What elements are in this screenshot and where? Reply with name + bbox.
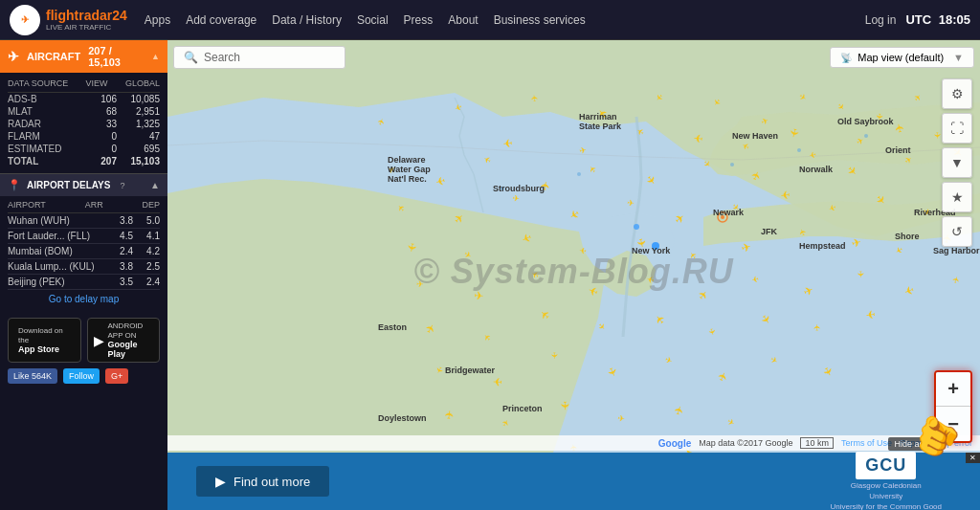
delay-row-1[interactable]: Fort Lauder... (FLL) 4.5 4.1	[8, 229, 160, 244]
search-icon: 🔍	[184, 51, 198, 64]
radio-icon: 📡	[840, 53, 852, 63]
ad-logo-area: GCU Glasgow Caledonian University Univer…	[831, 452, 943, 510]
nav-social[interactable]: Social	[357, 13, 389, 27]
ad-banner: ✕ ▶ Find out more GCU Glasgow Caledonian…	[167, 453, 980, 510]
find-out-button[interactable]: ▶ Find out more	[196, 466, 329, 497]
terms-link[interactable]: Terms of Use	[841, 438, 892, 448]
scale-bar: 10 km	[800, 437, 834, 449]
svg-point-5	[730, 163, 734, 166]
map-view-label: Map view (default)	[858, 52, 944, 63]
play-icon: ▶	[215, 474, 226, 489]
google-play-button[interactable]: ▶ ANDROID APP ON Google Play	[87, 318, 161, 363]
logo[interactable]: ✈ flightradar24 LIVE AIR TRAFFIC	[10, 5, 127, 35]
nav-press[interactable]: Press	[404, 13, 434, 27]
delays-title: AIRPORT DELAYS	[27, 180, 110, 190]
chevron-down-icon: ▼	[953, 52, 964, 63]
delays-collapse-icon[interactable]: ▲	[150, 180, 160, 190]
col-airport: AIRPORT	[8, 200, 46, 210]
find-out-label: Find out more	[234, 475, 310, 489]
data-source-table: DATA SOURCE VIEW GLOBAL ADS-B 106 10,085…	[0, 73, 167, 173]
aircraft-bar: ✈ AIRCRAFT 207 / 15,103 ▲	[0, 40, 167, 73]
data-row-flarm: FLARM 0 47	[8, 130, 160, 143]
col-arr: ARR	[85, 200, 103, 210]
map-bottom-bar: Google Map data ©2017 Google 10 km Terms…	[167, 435, 980, 451]
google-plus-button[interactable]: G+	[105, 368, 128, 384]
map-area[interactable]: ✈✈✈✈✈✈✈✈✈✈✈✈✈✈✈✈✈✈✈✈✈✈✈✈✈✈✈✈✈✈✈✈✈✈✈✈✈✈✈✈…	[167, 40, 980, 510]
filter-button[interactable]: ▼	[942, 147, 972, 178]
android-icon: ▶	[94, 333, 104, 348]
zoom-controls: + −	[934, 370, 972, 443]
ad-close-button[interactable]: ✕	[966, 453, 980, 463]
view-header: VIEW	[86, 78, 108, 88]
map-top-bar: 🔍 Search 📡 Map view (default) ▼	[173, 46, 974, 69]
aircraft-toggle[interactable]: ▲	[151, 52, 160, 61]
nav-data-history[interactable]: Data / History	[272, 13, 342, 27]
delay-row-3[interactable]: Kuala Lump... (KUL) 3.8 2.5	[8, 259, 160, 275]
map-data-label: Map data ©2017 Google	[699, 438, 792, 448]
delays-header[interactable]: 📍 AIRPORT DELAYS ? ▲	[0, 173, 167, 196]
ad-subtitle-2: University	[869, 492, 902, 500]
refresh-button[interactable]: ↺	[942, 216, 972, 247]
svg-point-1	[652, 242, 659, 250]
svg-point-9	[721, 215, 724, 219]
delays-info-icon: ?	[120, 181, 124, 190]
favorites-button[interactable]: ★	[942, 182, 972, 212]
data-source-header: DATA SOURCE	[8, 78, 68, 88]
logo-icon: ✈	[10, 5, 40, 35]
nav-add-coverage[interactable]: Add coverage	[186, 13, 256, 27]
login-button[interactable]: Log in	[865, 13, 897, 27]
logo-title: flightradar24	[46, 8, 127, 23]
nav-about[interactable]: About	[448, 13, 478, 27]
data-row-mlat: MLAT 68 2,951	[8, 105, 160, 118]
ad-subtitle-3: University for the Common Good	[831, 502, 943, 510]
app-store-text: Download on the App Store	[18, 326, 75, 354]
delay-row-2[interactable]: Mumbai (BOM) 2.4 4.2	[8, 244, 160, 259]
data-row-estimated: ESTIMATED 0 695	[8, 143, 160, 155]
utc-time: UTC 18:05	[905, 12, 970, 27]
hide-ads-button[interactable]: Hide ads	[888, 437, 934, 451]
fullscreen-button[interactable]: ⛶	[942, 113, 972, 144]
facebook-button[interactable]: Like 564K	[8, 368, 57, 384]
logo-text-group: flightradar24 LIVE AIR TRAFFIC	[46, 8, 127, 32]
svg-point-3	[501, 187, 504, 190]
global-header: GLOBAL	[125, 78, 160, 88]
google-logo: Google	[658, 438, 691, 449]
zoom-out-button[interactable]: −	[936, 407, 970, 441]
search-input[interactable]: Search	[204, 51, 240, 64]
data-row-adsb: ADS-B 106 10,085	[8, 93, 160, 105]
svg-point-2	[634, 224, 639, 230]
data-row-total: TOTAL 207 15,103	[8, 155, 160, 167]
aircraft-count: 207 / 15,103	[88, 45, 144, 68]
logo-subtitle: LIVE AIR TRAFFIC	[46, 23, 127, 32]
svg-point-7	[864, 134, 868, 138]
map-right-controls: ⚙ ⛶ ▼ ★ ↺	[942, 78, 972, 247]
settings-button[interactable]: ⚙	[942, 78, 972, 109]
location-icon: 📍	[8, 179, 21, 191]
aircraft-label: AIRCRAFT	[27, 51, 80, 62]
ad-subtitle-1: Glasgow Caledonian	[851, 481, 922, 490]
map-view-button[interactable]: 📡 Map view (default) ▼	[830, 47, 974, 68]
delay-row-0[interactable]: Wuhan (WUH) 3.8 5.0	[8, 213, 160, 229]
delay-row-4[interactable]: Beijing (PEK) 3.5 2.4	[8, 275, 160, 290]
col-dep: DEP	[142, 200, 160, 210]
store-buttons: Download on the App Store ▶ ANDROID APP …	[0, 312, 167, 368]
delay-map-link[interactable]: Go to delay map	[8, 290, 160, 308]
delays-col-headers: AIRPORT ARR DEP	[8, 200, 160, 213]
zoom-in-button[interactable]: +	[936, 372, 970, 407]
aircraft-icon: ✈	[8, 49, 19, 64]
nav-right: Log in UTC 18:05	[865, 12, 970, 27]
ad-logo: GCU	[856, 452, 916, 479]
google-play-text: ANDROID APP ON Google Play	[108, 322, 154, 359]
social-buttons: Like 564K Follow G+	[0, 368, 167, 391]
data-header: DATA SOURCE VIEW GLOBAL	[8, 78, 160, 93]
nav-apps[interactable]: Apps	[145, 13, 170, 27]
app-store-button[interactable]: Download on the App Store	[8, 318, 81, 363]
data-row-radar: RADAR 33 1,325	[8, 118, 160, 130]
svg-point-6	[797, 148, 801, 152]
svg-point-4	[577, 172, 581, 176]
nav-items: Apps Add coverage Data / History Social …	[145, 13, 586, 27]
search-box[interactable]: 🔍 Search	[173, 46, 345, 69]
twitter-button[interactable]: Follow	[63, 368, 100, 384]
nav-business[interactable]: Business services	[494, 13, 586, 27]
delays-table: AIRPORT ARR DEP Wuhan (WUH) 3.8 5.0 Fort…	[0, 196, 167, 312]
